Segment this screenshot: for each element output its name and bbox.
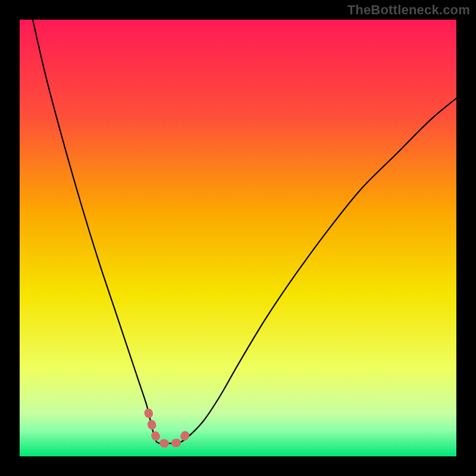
bottleneck-chart: [20, 20, 456, 456]
chart-frame: TheBottleneck.com: [0, 0, 476, 476]
watermark-text: TheBottleneck.com: [347, 2, 470, 18]
gradient-background: [20, 20, 456, 456]
plot-area: [20, 20, 456, 456]
